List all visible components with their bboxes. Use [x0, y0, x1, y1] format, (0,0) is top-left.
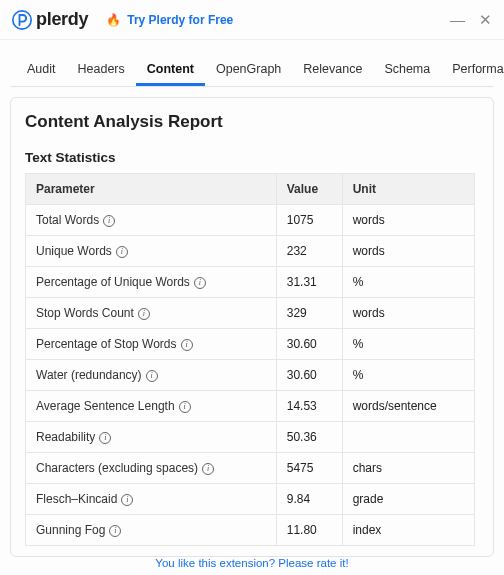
info-icon[interactable]: i	[138, 308, 150, 320]
tab-performance[interactable]: Performance	[441, 52, 504, 86]
brand-name: plerdy	[36, 9, 88, 30]
value-cell: 5475	[276, 453, 342, 484]
info-icon[interactable]: i	[103, 215, 115, 227]
brand-logo: plerdy	[12, 9, 88, 30]
tab-bar: AuditHeadersContentOpenGraphRelevanceSch…	[10, 52, 494, 87]
unit-cell: words	[342, 205, 474, 236]
tab-relevance[interactable]: Relevance	[292, 52, 373, 86]
info-icon[interactable]: i	[194, 277, 206, 289]
info-icon[interactable]: i	[116, 246, 128, 258]
table-row: Unique Wordsi232words	[26, 236, 475, 267]
table-row: Percentage of Stop Wordsi30.60%	[26, 329, 475, 360]
page-title: Content Analysis Report	[25, 112, 475, 132]
table-row: Percentage of Unique Wordsi31.31%	[26, 267, 475, 298]
info-icon[interactable]: i	[202, 463, 214, 475]
info-icon[interactable]: i	[99, 432, 111, 444]
unit-cell: words/sentence	[342, 391, 474, 422]
fire-icon: 🔥	[106, 13, 121, 27]
table-row: Characters (excluding spaces)i5475chars	[26, 453, 475, 484]
table-row: Flesch–Kincaidi9.84grade	[26, 484, 475, 515]
scroll-area[interactable]: Content Analysis Report Text Statistics …	[25, 112, 479, 556]
value-cell: 232	[276, 236, 342, 267]
rate-link[interactable]: You like this extension? Please rate it!	[155, 557, 348, 569]
param-cell: Total Wordsi	[26, 205, 277, 236]
table-row: Gunning Fogi11.80index	[26, 515, 475, 546]
info-icon[interactable]: i	[181, 339, 193, 351]
value-cell: 31.31	[276, 267, 342, 298]
value-cell: 329	[276, 298, 342, 329]
param-cell: Readabilityi	[26, 422, 277, 453]
info-icon[interactable]: i	[146, 370, 158, 382]
footer: You like this extension? Please rate it!	[0, 557, 504, 569]
param-cell: Flesch–Kincaidi	[26, 484, 277, 515]
unit-cell	[342, 422, 474, 453]
tab-opengraph[interactable]: OpenGraph	[205, 52, 292, 86]
unit-cell: grade	[342, 484, 474, 515]
unit-cell: chars	[342, 453, 474, 484]
svg-point-0	[13, 10, 31, 28]
topbar: plerdy 🔥 Try Plerdy for Free — ✕	[0, 0, 504, 40]
value-cell: 1075	[276, 205, 342, 236]
param-cell: Unique Wordsi	[26, 236, 277, 267]
param-cell: Water (redundancy)i	[26, 360, 277, 391]
param-cell: Percentage of Unique Wordsi	[26, 267, 277, 298]
param-cell: Characters (excluding spaces)i	[26, 453, 277, 484]
content-panel: Content Analysis Report Text Statistics …	[10, 97, 494, 557]
unit-cell: index	[342, 515, 474, 546]
param-cell: Stop Words Counti	[26, 298, 277, 329]
column-header: Parameter	[26, 174, 277, 205]
unit-cell: words	[342, 298, 474, 329]
value-cell: 11.80	[276, 515, 342, 546]
table-row: Readabilityi50.36	[26, 422, 475, 453]
tab-schema[interactable]: Schema	[373, 52, 441, 86]
column-header: Unit	[342, 174, 474, 205]
table-row: Average Sentence Lengthi14.53words/sente…	[26, 391, 475, 422]
tab-audit[interactable]: Audit	[16, 52, 67, 86]
tab-content[interactable]: Content	[136, 52, 205, 86]
value-cell: 50.36	[276, 422, 342, 453]
text-statistics-table: ParameterValueUnit Total Wordsi1075words…	[25, 173, 475, 546]
value-cell: 30.60	[276, 360, 342, 391]
close-icon[interactable]: ✕	[479, 12, 492, 27]
unit-cell: %	[342, 360, 474, 391]
section-text-statistics: Text Statistics	[25, 150, 475, 165]
cta-try-free[interactable]: 🔥 Try Plerdy for Free	[106, 13, 233, 27]
value-cell: 30.60	[276, 329, 342, 360]
cta-label: Try Plerdy for Free	[127, 13, 233, 27]
table-row: Stop Words Counti329words	[26, 298, 475, 329]
unit-cell: %	[342, 267, 474, 298]
unit-cell: words	[342, 236, 474, 267]
value-cell: 14.53	[276, 391, 342, 422]
tab-headers[interactable]: Headers	[67, 52, 136, 86]
table-row: Water (redundancy)i30.60%	[26, 360, 475, 391]
column-header: Value	[276, 174, 342, 205]
info-icon[interactable]: i	[179, 401, 191, 413]
unit-cell: %	[342, 329, 474, 360]
info-icon[interactable]: i	[109, 525, 121, 537]
param-cell: Percentage of Stop Wordsi	[26, 329, 277, 360]
param-cell: Gunning Fogi	[26, 515, 277, 546]
plerdy-logo-icon	[12, 10, 32, 30]
table-row: Total Wordsi1075words	[26, 205, 475, 236]
info-icon[interactable]: i	[121, 494, 133, 506]
minimize-icon[interactable]: —	[450, 12, 465, 27]
value-cell: 9.84	[276, 484, 342, 515]
param-cell: Average Sentence Lengthi	[26, 391, 277, 422]
window-controls: — ✕	[450, 12, 492, 27]
